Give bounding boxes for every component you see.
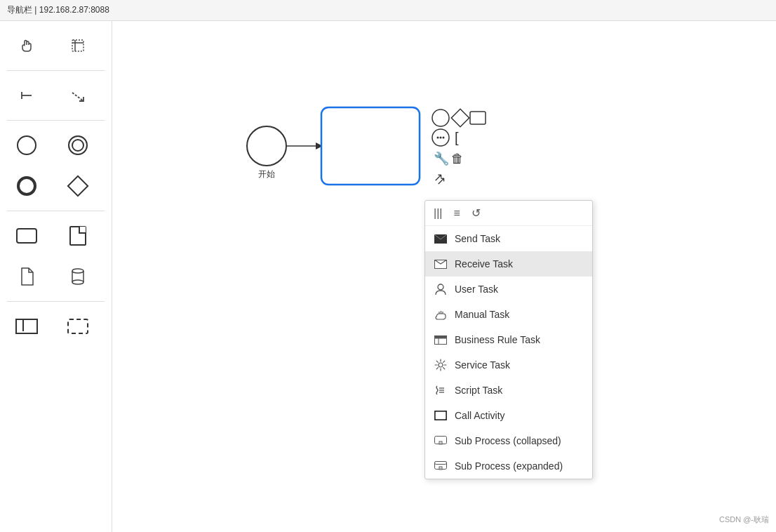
script-task-icon: [434, 383, 448, 397]
context-menu: ||| ≡ ↺ Send Task: [424, 200, 593, 479]
start-event-label: 开始: [258, 169, 275, 179]
cylinder-icon: [70, 267, 86, 286]
file-icon: [19, 267, 34, 286]
arrow-dashed-icon: [69, 87, 86, 104]
manual-task-icon: [434, 307, 448, 321]
tool-data-object[interactable]: [59, 218, 98, 253]
svg-point-33: [439, 363, 443, 367]
svg-line-5: [72, 93, 83, 101]
svg-rect-14: [470, 112, 486, 124]
toolbar-divider-1: [7, 70, 105, 71]
svg-text:🔧: 🔧: [434, 151, 450, 166]
context-tab-bars[interactable]: |||: [434, 207, 442, 220]
svg-point-6: [72, 269, 83, 273]
menu-item-sub-expanded[interactable]: + Sub Process (expanded): [425, 453, 592, 479]
context-tab-loop[interactable]: ↺: [471, 206, 481, 220]
start-event: [247, 126, 286, 166]
select-icon: [69, 37, 86, 54]
watermark: CSDN @-耿瑞: [719, 514, 769, 525]
selected-task: [321, 107, 420, 185]
svg-rect-37: [435, 411, 447, 420]
svg-text:+: +: [440, 441, 442, 445]
context-menu-header: ||| ≡ ↺: [425, 201, 592, 226]
tool-rect[interactable]: [7, 218, 46, 253]
tool-file[interactable]: [7, 259, 46, 294]
svg-point-16: [437, 137, 439, 139]
menu-item-user-task[interactable]: User Task: [425, 277, 592, 302]
svg-rect-0: [72, 40, 83, 51]
tool-connect[interactable]: [7, 78, 46, 113]
toolbar-divider-2: [7, 120, 105, 121]
svg-point-26: [438, 284, 443, 290]
diamond-icon: [67, 175, 88, 197]
tool-arrow-dashed[interactable]: [59, 78, 98, 113]
toolbar-divider-4: [7, 301, 105, 302]
menu-item-send-task[interactable]: Send Task: [425, 226, 592, 251]
svg-rect-31: [435, 335, 447, 338]
svg-rect-42: [435, 462, 447, 465]
double-circle-icon: [68, 135, 88, 155]
tool-circle[interactable]: [7, 128, 46, 163]
service-task-icon: [434, 358, 448, 372]
call-activity-label: Call Activity: [455, 410, 505, 421]
svg-text:+: +: [440, 466, 442, 470]
sub-expanded-icon: +: [434, 459, 448, 473]
rect-icon: [16, 228, 37, 244]
menu-item-manual-task[interactable]: Manual Task: [425, 302, 592, 327]
sub-collapsed-icon: +: [434, 434, 448, 448]
send-task-icon: [434, 232, 448, 246]
svg-rect-13: [451, 109, 469, 126]
tool-double-circle[interactable]: [59, 128, 98, 163]
toolbar-divider-3: [7, 211, 105, 211]
tool-dashed-rect[interactable]: [59, 309, 98, 344]
manual-task-label: Manual Task: [455, 309, 509, 320]
menu-item-call-activity[interactable]: Call Activity: [425, 403, 592, 428]
svg-point-18: [443, 137, 445, 139]
business-rule-task-icon: [434, 333, 448, 347]
main-area: 开始 [ 🔧 🗑 ↗: [0, 21, 776, 532]
tool-thick-circle[interactable]: [7, 168, 46, 204]
watermark-text: CSDN @-耿瑞: [719, 515, 769, 524]
pool-icon: [15, 319, 38, 334]
top-bar: 导航栏 | 192.168.2.87:8088: [0, 0, 776, 21]
tool-select[interactable]: [59, 28, 98, 63]
connect-icon: [18, 87, 35, 104]
script-task-label: Script Task: [455, 385, 502, 396]
send-task-label: Send Task: [455, 233, 500, 244]
receive-task-label: Receive Task: [455, 258, 513, 270]
tool-diamond[interactable]: [59, 168, 98, 204]
svg-text:🗑: 🗑: [451, 152, 464, 166]
svg-text:↗: ↗: [436, 175, 446, 187]
receive-task-icon: [434, 257, 448, 271]
data-object-icon: [69, 226, 86, 246]
svg-point-12: [432, 109, 449, 126]
dashed-rect-icon: [67, 319, 88, 334]
left-toolbar: [0, 21, 112, 532]
sub-collapsed-label: Sub Process (collapsed): [455, 435, 561, 446]
svg-text:[: [: [455, 130, 459, 145]
tool-hand[interactable]: [7, 28, 46, 63]
svg-point-17: [440, 137, 442, 139]
menu-item-service-task[interactable]: Service Task: [425, 352, 592, 378]
business-rule-task-label: Business Rule Task: [455, 334, 540, 345]
top-bar-text: 导航栏 | 192.168.2.87:8088: [7, 4, 109, 16]
menu-item-receive-task[interactable]: Receive Task: [425, 251, 592, 277]
menu-item-business-rule-task[interactable]: Business Rule Task: [425, 327, 592, 352]
call-activity-icon: [434, 408, 448, 423]
svg-point-9: [72, 280, 83, 284]
hand-icon: [18, 37, 35, 54]
circle-shape-icon: [17, 135, 36, 155]
canvas-area[interactable]: 开始 [ 🔧 🗑 ↗: [112, 21, 776, 532]
service-task-label: Service Task: [455, 359, 510, 371]
context-tab-list[interactable]: ≡: [453, 207, 460, 220]
sub-expanded-label: Sub Process (expanded): [455, 460, 563, 472]
tool-cylinder[interactable]: [59, 259, 98, 294]
thick-circle-icon: [17, 176, 36, 196]
user-task-icon: [434, 282, 448, 296]
menu-item-sub-collapsed[interactable]: + Sub Process (collapsed): [425, 428, 592, 453]
menu-item-script-task[interactable]: Script Task: [425, 378, 592, 403]
tool-pool[interactable]: [7, 309, 46, 344]
user-task-label: User Task: [455, 284, 498, 295]
